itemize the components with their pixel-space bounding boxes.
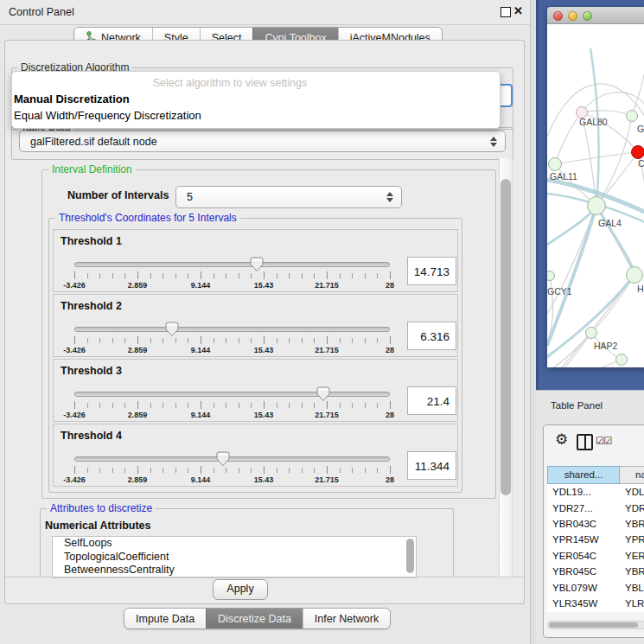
- table-row[interactable]: YPR145WYPR1: [547, 532, 644, 547]
- tick-label: 2.859: [128, 411, 148, 419]
- table-cell[interactable]: YER0: [620, 551, 644, 561]
- network-edge[interactable]: [547, 206, 596, 314]
- minimize-traffic-light-icon[interactable]: [568, 11, 577, 21]
- table-hscrollbar-track[interactable]: [547, 621, 644, 629]
- slider-major-ticks: [74, 336, 391, 344]
- table-row[interactable]: YER054CYER0: [547, 548, 644, 564]
- slider-track[interactable]: [74, 456, 390, 462]
- tab-label: Impute Data: [136, 613, 194, 625]
- tab-discretize-data[interactable]: Discretize Data: [206, 609, 303, 628]
- slider-major-ticks: [74, 466, 391, 474]
- table-cell[interactable]: YBL0: [620, 583, 644, 593]
- gear-icon[interactable]: ⚙: [555, 430, 568, 449]
- slider-track[interactable]: [74, 327, 390, 332]
- network-node-green[interactable]: [585, 327, 597, 339]
- table-row[interactable]: YBR043CYBR0: [547, 516, 644, 532]
- threshold-value-field[interactable]: 14.713: [407, 257, 456, 285]
- attribute-list-item[interactable]: SelfLoops: [53, 537, 416, 551]
- table-cell[interactable]: YER054C: [547, 551, 620, 561]
- list-scrollbar-thumb[interactable]: [406, 539, 414, 573]
- table-data-combo[interactable]: galFiltered.sif default node: [19, 131, 506, 152]
- table-cell[interactable]: YBR0: [620, 519, 644, 529]
- threshold-value-field[interactable]: 6.316: [407, 322, 456, 350]
- algorithm-option[interactable]: Manual Discretization: [14, 92, 130, 105]
- network-view-window: GAL80GACGAL11GAL4GCY1HHAP2: [547, 7, 644, 367]
- slider-thumb-icon[interactable]: [316, 386, 330, 402]
- numerical-attributes-label: Numerical Attributes: [45, 520, 150, 532]
- table-row[interactable]: YDL19...YDL1: [547, 484, 644, 500]
- threshold-value-field[interactable]: 11.344: [407, 451, 456, 480]
- network-window-titlebar[interactable]: [547, 7, 644, 24]
- column-header-shared-name[interactable]: shared...: [547, 466, 620, 484]
- network-canvas[interactable]: GAL80GACGAL11GAL4GCY1HHAP2: [547, 24, 644, 367]
- table-row[interactable]: YIL052CYIL0: [547, 611, 644, 612]
- table-cell[interactable]: YBR0: [620, 566, 644, 577]
- table-cell[interactable]: YDL1: [620, 487, 644, 497]
- tab-infer-network[interactable]: Infer Network: [303, 609, 390, 628]
- table-cell[interactable]: YBR045C: [547, 566, 620, 577]
- node-label: GA: [637, 124, 644, 134]
- tick-label: 28: [386, 411, 394, 419]
- table-cell[interactable]: YDL19...: [547, 487, 620, 497]
- table-row[interactable]: YBL079WYBL0: [547, 579, 644, 595]
- close-icon[interactable]: ✕: [513, 4, 523, 17]
- table-row[interactable]: YLR345WYLR3: [547, 596, 644, 611]
- node-label: GAL11: [550, 171, 577, 182]
- slider-thumb-icon[interactable]: [250, 257, 264, 272]
- table-row[interactable]: YBR045CYBR0: [547, 564, 644, 579]
- node-label: H: [637, 284, 644, 294]
- threshold-slider[interactable]: -3.4262.8599.14415.4321.71528: [74, 452, 390, 485]
- network-edge[interactable]: [555, 112, 582, 164]
- algorithm-option[interactable]: Equal Width/Frequency Discretization: [14, 109, 201, 122]
- network-node-green[interactable]: [626, 110, 638, 122]
- network-node-red[interactable]: [631, 145, 644, 159]
- threshold-value-field[interactable]: 21.4: [407, 386, 456, 415]
- column-header-name[interactable]: na: [620, 466, 644, 484]
- numerical-attributes-list[interactable]: SelfLoopsTopologicalCoefficientBetweenne…: [52, 536, 417, 578]
- table-cell[interactable]: YPR1: [620, 534, 644, 545]
- select-columns-icon[interactable]: ☑☑: [596, 435, 612, 447]
- columns-icon[interactable]: [577, 434, 593, 450]
- tick-label: 2.859: [128, 475, 148, 484]
- threshold-slider[interactable]: -3.4262.8599.14415.4321.71528: [74, 322, 390, 355]
- slider-track[interactable]: [74, 392, 390, 397]
- tick-label: 15.43: [254, 475, 274, 484]
- network-edge[interactable]: [590, 48, 599, 206]
- table-cell[interactable]: YBL079W: [547, 583, 620, 593]
- threshold-slider[interactable]: -3.4262.8599.14415.4321.71528: [74, 258, 390, 290]
- network-node-green[interactable]: [626, 266, 643, 284]
- network-node-green[interactable]: [548, 157, 562, 171]
- attribute-list-item[interactable]: TopologicalCoefficient: [53, 551, 416, 564]
- table-cell[interactable]: YDR2: [620, 503, 644, 513]
- threshold-box: Threshold 2 -3.4262.8599.14415.4321.7152…: [53, 294, 458, 357]
- threshold-slider[interactable]: -3.4262.8599.14415.4321.71528: [74, 387, 390, 420]
- table-cell[interactable]: YPR145W: [547, 534, 620, 545]
- algorithm-popup-hint: Select algorithm to view settings: [12, 77, 448, 89]
- table-cell[interactable]: YLR3: [620, 598, 644, 609]
- thresholds-group-label: Threshold's Coordinates for 5 Intervals: [55, 212, 240, 224]
- table-cell[interactable]: YLR345W: [547, 598, 620, 609]
- bottom-tab-bar: Impute DataDiscretize DataInfer Network: [124, 608, 391, 629]
- number-of-intervals-combo[interactable]: 5: [175, 186, 402, 208]
- float-window-icon[interactable]: [501, 7, 511, 17]
- table-row[interactable]: YDR27...YDR2: [547, 500, 644, 515]
- table-cell[interactable]: YDR27...: [547, 503, 620, 513]
- threshold-box: Threshold 4 -3.4262.8599.14415.4321.7152…: [53, 424, 458, 487]
- apply-button[interactable]: Apply: [213, 579, 268, 600]
- attribute-list-item[interactable]: BetweennessCentrality: [53, 564, 416, 577]
- network-node-green[interactable]: [587, 196, 606, 215]
- close-traffic-light-icon[interactable]: [553, 11, 563, 21]
- network-node-green[interactable]: [615, 354, 628, 366]
- tick-label: -3.426: [63, 411, 86, 419]
- slider-thumb-icon[interactable]: [216, 451, 230, 467]
- table-hscrollbar-thumb[interactable]: [549, 622, 638, 628]
- tab-impute-data[interactable]: Impute Data: [124, 609, 206, 628]
- tick-label: 15.43: [254, 346, 274, 354]
- table-cell[interactable]: YBR043C: [547, 519, 620, 529]
- network-edge[interactable]: [555, 152, 638, 164]
- zoom-traffic-light-icon[interactable]: [583, 11, 592, 21]
- slider-thumb-icon[interactable]: [165, 322, 179, 337]
- attributes-group-label: Attributes to discretize: [47, 502, 156, 514]
- slider-track[interactable]: [74, 262, 390, 267]
- panel-scrollbar-thumb[interactable]: [501, 179, 511, 495]
